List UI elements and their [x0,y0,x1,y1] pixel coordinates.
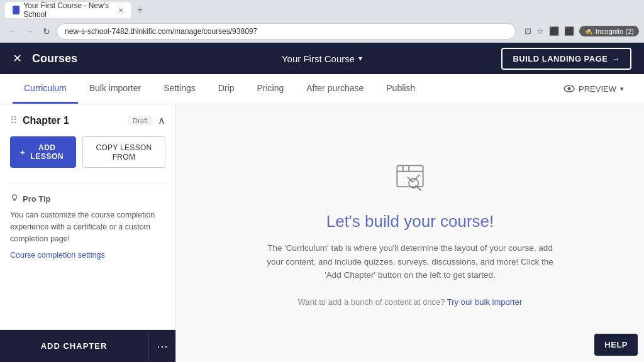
build-landing-label: BUILD LANDING PAGE [513,54,608,63]
ellipsis-icon: ⋯ [157,339,168,353]
tab-title: Your First Course - New's School [23,1,112,19]
chapter-toggle-button[interactable]: ∧ [158,114,165,126]
add-lesson-label: ADD LESSON [28,143,66,161]
preview-label: PREVIEW [579,84,616,94]
tab-drip[interactable]: Drip [207,74,246,104]
close-menu-button[interactable]: ✕ [13,52,22,65]
sidebar: ⠿ Chapter 1 Draft ∧ + ADD LESSON COPY LE… [0,104,176,362]
browser-tab[interactable]: Your First Course - New's School ✕ [5,2,131,18]
new-tab-button[interactable]: + [133,3,147,17]
app-header: ✕ Courses Your First Course ▾ BUILD LAND… [0,43,644,74]
main-panel: Let's build your course! The 'Curriculum… [176,104,644,362]
tab-close-icon[interactable]: ✕ [118,7,123,14]
url-input[interactable]: new-s-school-7482.thinkific.com/manage/c… [57,23,516,40]
tab-pricing[interactable]: Pricing [245,74,295,104]
incognito-badge: 🕵 Incognito (2) [579,26,639,36]
tab-list: Curriculum Bulk importer Settings Drip P… [13,74,426,104]
app-title: Courses [32,52,77,65]
bulk-import-prompt: Want to add a bunch of content at once? … [265,297,555,307]
tab-publish[interactable]: Publish [375,74,426,104]
pro-tip-section: Pro Tip You can customize the course com… [10,183,165,260]
browser-tab-bar: Your First Course - New's School ✕ + [0,0,644,20]
incognito-label: Incognito (2) [596,28,634,35]
course-name: Your First Course [282,53,355,64]
bookmark-icon[interactable]: ☆ [536,26,544,36]
tab-curriculum[interactable]: Curriculum [13,74,78,104]
preview-button[interactable]: PREVIEW ▾ [556,80,631,99]
eye-icon [564,84,575,95]
svg-point-2 [13,195,17,199]
chapter-actions: + ADD LESSON COPY LESSON FROM [10,136,165,168]
help-label: HELP [604,340,628,349]
browser-icon-group: ⊡ ☆ ⬛ ⬛ 🕵 Incognito (2) [525,26,639,36]
drag-handle-icon[interactable]: ⠿ [10,114,18,126]
welcome-description: The 'Curriculum' tab is where you'll det… [265,241,555,282]
welcome-title: Let's build your course! [265,212,555,231]
forward-button[interactable]: → [23,25,36,38]
more-options-button[interactable]: ⋯ [148,330,175,362]
chapter-header: ⠿ Chapter 1 Draft ∧ [10,114,165,126]
cast-icon: ⊡ [525,26,531,36]
bulk-import-prompt-text: Want to add a bunch of content at once? [298,297,445,307]
tab-favicon [13,6,19,14]
chapter-status-badge: Draft [128,116,153,126]
chapter-title: Chapter 1 [23,115,128,126]
course-build-icon [265,160,555,199]
copy-lesson-button[interactable]: COPY LESSON FROM [82,136,165,168]
course-selector[interactable]: Your First Course ▾ [282,53,362,64]
arrow-right-icon: → [612,54,621,63]
pro-tip-text: You can customize the course completion … [10,209,165,244]
url-text: new-s-school-7482.thinkific.com/manage/c… [65,27,257,36]
welcome-content: Let's build your course! The 'Curriculum… [253,147,567,319]
tab-settings[interactable]: Settings [152,74,207,104]
copy-lesson-label: COPY LESSON FROM [96,143,152,162]
add-chapter-label: ADD CHAPTER [41,341,108,351]
tab-after-purchase[interactable]: After purchase [295,74,375,104]
sidebar-content: ⠿ Chapter 1 Draft ∧ + ADD LESSON COPY LE… [0,104,175,329]
plus-icon: + [20,148,25,157]
pro-tip-label: Pro Tip [23,194,51,204]
svg-point-1 [568,87,571,90]
back-button[interactable]: ← [5,25,19,38]
add-chapter-button[interactable]: ADD CHAPTER [0,330,148,362]
tab-navigation: Curriculum Bulk importer Settings Drip P… [0,74,644,104]
incognito-icon: 🕵 [584,27,593,35]
pro-tip-header: Pro Tip [10,194,165,204]
bulk-importer-link[interactable]: Try our bulk importer [447,297,522,307]
address-bar: ← → ↻ new-s-school-7482.thinkific.com/ma… [0,20,644,43]
extension-icon-1: ⬛ [549,26,559,36]
build-landing-page-button[interactable]: BUILD LANDING PAGE → [501,48,631,70]
add-lesson-button[interactable]: + ADD LESSON [10,136,76,168]
refresh-button[interactable]: ↻ [40,25,53,38]
chevron-down-icon: ▾ [620,85,624,93]
lightbulb-icon [10,194,19,204]
chevron-down-icon: ▾ [358,54,362,63]
main-content: ⠿ Chapter 1 Draft ∧ + ADD LESSON COPY LE… [0,104,644,362]
tab-bulk-importer[interactable]: Bulk importer [78,74,152,104]
course-completion-settings-link[interactable]: Course completion settings [10,251,105,260]
sidebar-footer: ADD CHAPTER ⋯ [0,329,175,362]
help-button[interactable]: HELP [594,334,638,356]
extension-icon-2: ⬛ [564,26,574,36]
